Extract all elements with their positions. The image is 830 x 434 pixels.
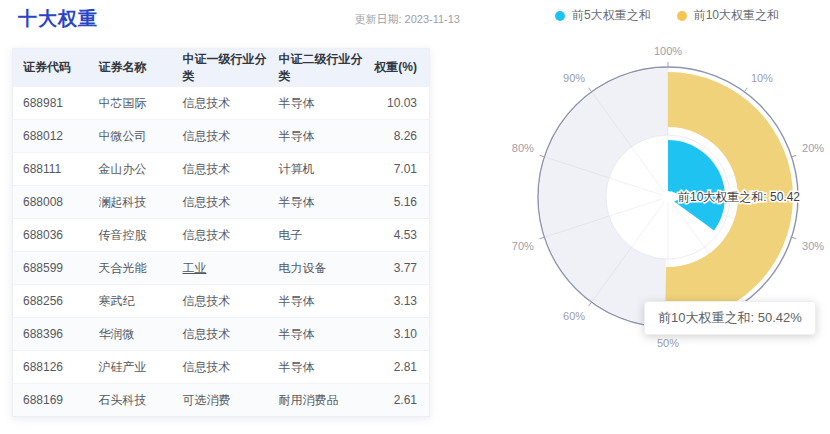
weights-table: 证券代码 证券名称 中证一级行业分类 中证二级行业分类 权重(%) 688981… (12, 48, 430, 417)
weights-chart-section: 前5大权重之和 前10大权重之和 10%20%30%40%50%60%70%80… (460, 0, 830, 434)
table-row[interactable]: 688036传音控股信息技术电子4.53 (13, 219, 430, 252)
cell-code: 688396 (13, 318, 89, 351)
cell-industry2: 半导体 (269, 120, 373, 153)
axis-tick (540, 237, 545, 239)
cell-industry1: 信息技术 (173, 120, 269, 153)
cell-name: 中芯国际 (89, 87, 173, 120)
cell-industry2: 半导体 (269, 318, 373, 351)
axis-label: 30% (802, 240, 824, 252)
table-row[interactable]: 688126沪硅产业信息技术半导体2.81 (13, 351, 430, 384)
cell-weight: 2.61 (373, 384, 430, 417)
column-header-industry1: 中证一级行业分类 (173, 49, 269, 87)
column-header-name: 证券名称 (89, 49, 173, 87)
cell-industry1: 信息技术 (173, 351, 269, 384)
column-header-weight: 权重(%) (373, 49, 430, 87)
cell-industry2: 电子 (269, 219, 373, 252)
column-header-industry2: 中证二级行业分类 (269, 49, 373, 87)
table-row[interactable]: 688599天合光能工业电力设备3.77 (13, 252, 430, 285)
cell-name: 华润微 (89, 318, 173, 351)
cell-industry2: 耐用消费品 (269, 384, 373, 417)
cell-weight: 3.13 (373, 285, 430, 318)
axis-tick (589, 88, 592, 92)
table-header-row: 证券代码 证券名称 中证一级行业分类 中证二级行业分类 权重(%) (13, 49, 430, 87)
cell-weight: 5.16 (373, 186, 430, 219)
axis-tick (792, 237, 797, 239)
cell-name: 寒武纪 (89, 285, 173, 318)
table-row[interactable]: 688111金山办公信息技术计算机7.01 (13, 153, 430, 186)
cell-name: 金山办公 (89, 153, 173, 186)
center-dot (662, 191, 674, 203)
axis-label: 10% (751, 72, 773, 84)
axis-tick (744, 88, 747, 92)
cell-code: 688981 (13, 87, 89, 120)
cell-industry2: 半导体 (269, 351, 373, 384)
cell-weight: 3.77 (373, 252, 430, 285)
axis-label: 50% (657, 337, 679, 349)
cell-industry1: 信息技术 (173, 153, 269, 186)
cell-industry1: 工业 (173, 252, 269, 285)
cell-industry2: 半导体 (269, 87, 373, 120)
axis-tick (540, 155, 545, 157)
polar-weight-chart[interactable]: 10%20%30%40%50%60%70%80%90%100%前10大权重之和:… (460, 0, 830, 434)
cell-industry2: 半导体 (269, 186, 373, 219)
cell-industry2: 电力设备 (269, 252, 373, 285)
table-row[interactable]: 688981中芯国际信息技术半导体10.03 (13, 87, 430, 120)
table-row[interactable]: 688396华润微信息技术半导体3.10 (13, 318, 430, 351)
cell-name: 中微公司 (89, 120, 173, 153)
cell-weight: 2.81 (373, 351, 430, 384)
cell-code: 688008 (13, 186, 89, 219)
cell-name: 传音控股 (89, 219, 173, 252)
chart-tooltip: 前10大权重之和: 50.42% (644, 301, 816, 335)
cell-code: 688126 (13, 351, 89, 384)
axis-tick (792, 155, 797, 157)
cell-industry1: 信息技术 (173, 285, 269, 318)
cell-code: 688169 (13, 384, 89, 417)
axis-label: 90% (563, 72, 585, 84)
cell-name: 沪硅产业 (89, 351, 173, 384)
cell-industry1: 可选消费 (173, 384, 269, 417)
table-row[interactable]: 688008澜起科技信息技术半导体5.16 (13, 186, 430, 219)
table-row[interactable]: 688169石头科技可选消费耐用消费品2.61 (13, 384, 430, 417)
cell-weight: 7.01 (373, 153, 430, 186)
panel-header: 十大权重 更新日期: 2023-11-13 (12, 0, 448, 40)
cell-code: 688111 (13, 153, 89, 186)
update-date: 更新日期: 2023-11-13 (354, 12, 460, 27)
axis-label: 80% (512, 142, 534, 154)
cell-industry1: 信息技术 (173, 186, 269, 219)
axis-label: 20% (802, 142, 824, 154)
cell-weight: 3.10 (373, 318, 430, 351)
table-row[interactable]: 688256寒武纪信息技术半导体3.13 (13, 285, 430, 318)
axis-label: 70% (512, 240, 534, 252)
cell-code: 688012 (13, 120, 89, 153)
column-header-code: 证券代码 (13, 49, 89, 87)
cell-code: 688036 (13, 219, 89, 252)
weights-panel: 十大权重 更新日期: 2023-11-13 证券代码 证券名称 中证一级行业分类… (12, 0, 448, 40)
cell-weight: 4.53 (373, 219, 430, 252)
center-value-label: 前10大权重之和: 50.42 (678, 190, 800, 204)
axis-label: 100% (654, 45, 682, 57)
cell-industry1: 信息技术 (173, 318, 269, 351)
axis-label: 60% (563, 310, 585, 322)
cell-industry1: 信息技术 (173, 87, 269, 120)
cell-industry1: 信息技术 (173, 219, 269, 252)
cell-name: 石头科技 (89, 384, 173, 417)
cell-industry2: 计算机 (269, 153, 373, 186)
cell-weight: 8.26 (373, 120, 430, 153)
cell-name: 澜起科技 (89, 186, 173, 219)
cell-name: 天合光能 (89, 252, 173, 285)
cell-weight: 10.03 (373, 87, 430, 120)
cell-code: 688256 (13, 285, 89, 318)
table-row[interactable]: 688012中微公司信息技术半导体8.26 (13, 120, 430, 153)
cell-industry2: 半导体 (269, 285, 373, 318)
cell-code: 688599 (13, 252, 89, 285)
page-title: 十大权重 (18, 6, 98, 32)
axis-tick (589, 302, 592, 306)
